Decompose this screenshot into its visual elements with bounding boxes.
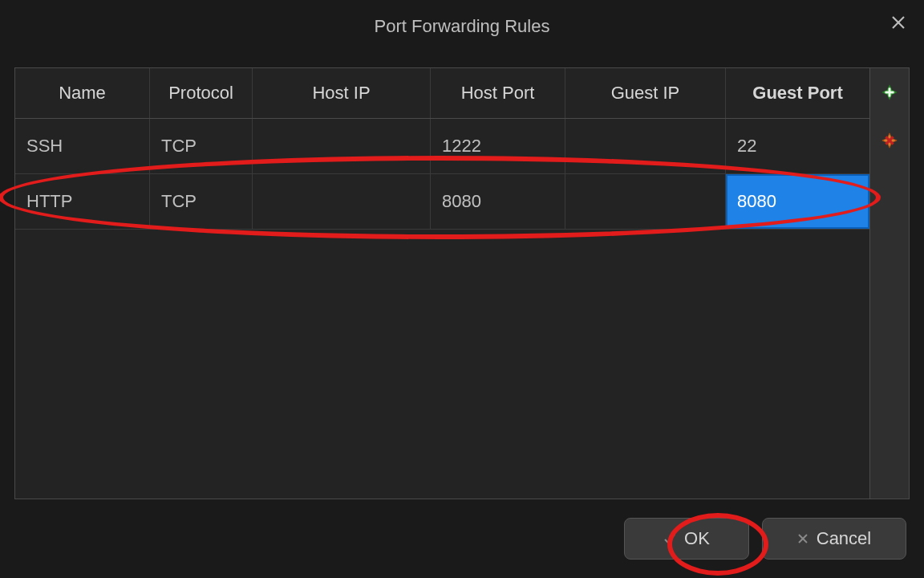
cell-host-ip[interactable] — [253, 119, 431, 173]
col-header-protocol[interactable]: Protocol — [150, 68, 253, 118]
cell-protocol[interactable]: TCP — [150, 174, 253, 229]
cell-name[interactable]: HTTP — [15, 174, 150, 229]
cell-guest-ip[interactable] — [565, 174, 726, 229]
table-row[interactable]: HTTP TCP 8080 8080 — [15, 174, 869, 230]
cell-host-port[interactable]: 8080 — [431, 174, 565, 229]
cell-guest-port[interactable]: 22 — [726, 119, 869, 173]
x-icon — [797, 533, 808, 544]
close-button[interactable] — [887, 11, 910, 34]
add-rule-button[interactable] — [878, 81, 901, 104]
cancel-button[interactable]: Cancel — [762, 518, 906, 560]
dialog-footer: OK Cancel — [0, 499, 924, 578]
col-header-guest-ip[interactable]: Guest IP — [565, 68, 726, 118]
table-header: Name Protocol Host IP Host Port Guest IP… — [15, 68, 869, 119]
cancel-label: Cancel — [817, 528, 871, 549]
cell-host-ip[interactable] — [253, 174, 431, 229]
add-icon — [881, 83, 898, 101]
cell-guest-ip[interactable] — [565, 119, 726, 173]
cell-guest-port[interactable]: 8080 — [726, 174, 869, 229]
ok-label: OK — [684, 528, 710, 549]
close-icon — [891, 15, 906, 30]
remove-icon — [881, 132, 898, 149]
rules-table: Name Protocol Host IP Host Port Guest IP… — [14, 67, 870, 499]
check-icon — [663, 532, 676, 545]
dialog-title: Port Forwarding Rules — [375, 16, 550, 37]
rules-toolbar — [870, 67, 910, 499]
table-row[interactable]: SSH TCP 1222 22 — [15, 119, 869, 174]
ok-button[interactable]: OK — [624, 518, 749, 560]
dialog-content: Name Protocol Host IP Host Port Guest IP… — [14, 67, 910, 499]
table-body: SSH TCP 1222 22 HTTP TCP 8080 8080 — [15, 119, 869, 499]
svg-rect-4 — [886, 92, 894, 94]
remove-rule-button[interactable] — [878, 129, 901, 152]
col-header-guest-port[interactable]: Guest Port — [726, 68, 869, 118]
cell-host-port[interactable]: 1222 — [431, 119, 565, 173]
col-header-name[interactable]: Name — [15, 68, 150, 118]
cell-name[interactable]: SSH — [15, 119, 150, 173]
col-header-host-port[interactable]: Host Port — [431, 68, 565, 118]
col-header-host-ip[interactable]: Host IP — [253, 68, 431, 118]
cell-protocol[interactable]: TCP — [150, 119, 253, 173]
titlebar: Port Forwarding Rules — [0, 0, 924, 48]
port-forwarding-dialog: Port Forwarding Rules Name Protocol Host… — [0, 0, 924, 578]
